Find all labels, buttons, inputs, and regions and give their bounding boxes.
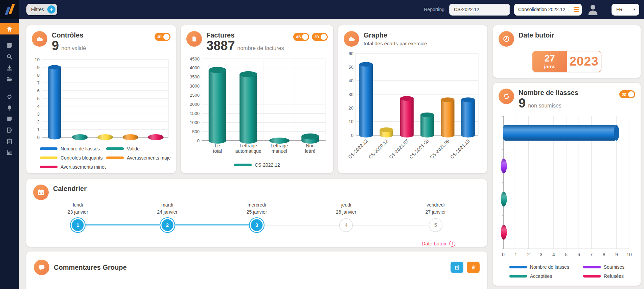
main-content: Contrôles 9 non validé 3D 012345678910 N… [19,19,644,289]
legend-marker [40,166,58,168]
step-day: vendredi [391,202,480,208]
bar-CS-2022.12[interactable] [359,62,373,137]
step-day: lundi [33,202,122,208]
folder-open-icon [6,76,13,82]
app-root: Filtres + Reporting Consolidation 2022.1… [0,0,644,289]
bar-Avertissements-mineurs[interactable] [148,134,164,140]
charts-row: Contrôles 9 non validé 3D 012345678910 N… [26,25,487,173]
svg-text:7: 7 [37,80,40,85]
toggle-3d[interactable]: 3D [155,33,170,41]
bar-Non-lettré[interactable] [301,134,319,144]
puzzle-icon [32,31,47,47]
step-circle-2[interactable]: 2 [160,217,175,233]
step-circle-1[interactable]: 1 [70,217,86,233]
bar-Nombre-de-liasses[interactable] [503,125,619,141]
bar-Nombre-de-liasses[interactable] [48,65,61,139]
svg-text:Lettragemanuel: Lettragemanuel [271,143,288,154]
sidebar-item-note[interactable] [0,40,19,51]
download-icon [6,65,13,71]
step-day: mardi [122,202,212,208]
svg-text:4: 4 [552,252,555,257]
legend-item[interactable]: Avertissements majeurs [106,155,170,161]
sidebar-item-search[interactable] [0,51,19,62]
svg-text:4500: 4500 [190,56,200,61]
sidebar-item-bell[interactable] [0,102,19,113]
toggle-3d[interactable]: 3D [312,33,328,41]
deadline-day: 27 [544,54,555,63]
svg-text:3500: 3500 [190,74,200,79]
sidebar-item-sync[interactable] [0,91,19,102]
bar-Le-total[interactable] [209,67,226,144]
bar-Contrôles-bloquants[interactable] [97,134,113,140]
sidebar-item-file-export[interactable] [0,124,19,136]
bar-Lettrage-automatique[interactable] [239,71,257,144]
svg-text:7: 7 [590,252,593,257]
svg-text:CS-2021.08: CS-2021.08 [408,138,430,160]
toggle-knob [163,34,169,40]
delete-comment-button[interactable] [467,262,480,273]
factures-legend: CS-2022.12 [186,162,328,168]
svg-text:10: 10 [626,252,632,257]
liasses-legend: Nombre de liassesSoumisesAcceptéesRefusé… [509,264,624,279]
consolidation-select[interactable]: Consolidation 2022.12 [514,4,582,16]
filters-button[interactable]: Filtres + [26,4,57,15]
liasses-toggles: 3D [619,90,635,98]
svg-text:0: 0 [502,252,505,257]
app-logo [0,0,19,19]
calendar-step-1: lundi23 janvier1 [33,202,122,240]
sidebar-item-bar-chart[interactable] [0,147,19,158]
legend-item[interactable]: Validé [106,146,170,151]
user-avatar[interactable] [586,2,600,17]
step-date: 23 janvier [33,209,122,215]
sidebar-item-download[interactable] [0,62,19,73]
legend-marker [106,156,124,159]
sidebar-item-folder-open[interactable] [0,73,19,85]
svg-text:50: 50 [349,65,353,70]
bar-Validé[interactable] [72,134,88,140]
filters-label: Filtres [31,7,44,12]
step-date: 24 janvier [122,209,212,215]
legend-item[interactable]: Contrôles bloquants [40,155,106,161]
sidebar-item-clipboard[interactable] [0,136,19,147]
bar-CS-2021.09[interactable] [441,97,455,137]
toggle-ab[interactable]: AB [293,33,309,41]
svg-text:6: 6 [37,88,40,93]
legend-item[interactable]: CS-2022.12 [234,162,280,168]
deadline-label-row: Date butoir ! [33,241,480,247]
reporting-label: Reporting [424,7,444,12]
edit-comment-button[interactable] [451,262,463,273]
calendar-step-4: jeudi26 janvier4 [301,202,391,240]
step-circle-5[interactable]: 5 [429,218,442,232]
step-circle-4[interactable]: 4 [339,218,353,232]
legend-label: Validé [127,146,140,151]
sidebar-item-home[interactable] [0,23,19,34]
bar-Refusées[interactable] [501,225,507,240]
bar-CS-2020.12[interactable] [380,127,393,138]
bar-CS-2021.08[interactable] [420,113,434,138]
reporting-input[interactable] [449,4,510,16]
svg-text:40: 40 [349,78,353,83]
legend-item[interactable]: Acceptées [509,273,583,279]
bar-CS-2021.10[interactable] [461,97,475,137]
step-circle-3[interactable]: 3 [249,217,264,233]
bell-icon [6,104,13,111]
svg-text:1: 1 [37,127,40,132]
legend-item[interactable]: Refusées [583,273,624,279]
sidebar-item-note-2[interactable] [0,113,19,124]
liasses-count: 9 [519,97,526,110]
language-select[interactable]: FR ▼ [612,4,639,16]
legend-item[interactable]: Nombre de liasses [509,264,583,270]
bar-Avertissements-majeurs[interactable] [123,134,138,140]
bar-Acceptées[interactable] [501,192,507,207]
toggle-3d[interactable]: 3D [619,90,635,98]
bar-CS-2021.07[interactable] [400,96,414,138]
bar-Soumises[interactable] [501,159,507,173]
legend-item[interactable]: Soumises [583,264,624,270]
menu-icon[interactable] [574,7,579,12]
comment-actions [451,262,480,273]
legend-item[interactable]: Avertissements mineurs [40,164,106,170]
legend-item[interactable]: Nombre de liasses [40,146,106,151]
svg-text:2: 2 [527,252,530,257]
svg-text:2500: 2500 [190,93,200,98]
clock-icon [499,31,514,47]
